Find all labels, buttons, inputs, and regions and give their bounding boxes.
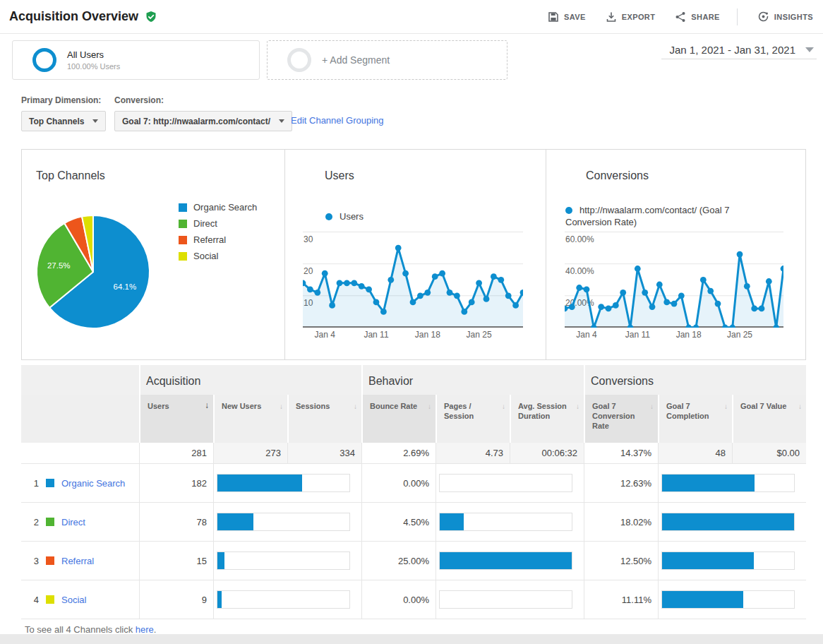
column-bounce-rate[interactable]: Bounce Rate ↓: [361, 395, 435, 443]
sort-icon[interactable]: ↓: [502, 402, 505, 412]
group-spacer: [21, 365, 139, 395]
bar-fill: [662, 475, 755, 491]
column-goal7-value[interactable]: Goal 7 Value ↓: [732, 395, 806, 443]
bar-fill: [217, 591, 222, 608]
legend-item[interactable]: Direct: [179, 218, 257, 229]
primary-dimension-dropdown[interactable]: Top Channels: [21, 111, 106, 131]
column-sessions[interactable]: Sessions ↓: [287, 395, 361, 443]
bounce-rate-value: 4.50%: [361, 503, 435, 542]
total-avg-duration: 00:06:32: [510, 443, 584, 464]
table-row: 3Referral1525.00%12.50%: [21, 542, 806, 580]
bounce-rate-value: 0.00%: [361, 580, 435, 619]
goal-rate-bar: [658, 542, 806, 580]
chevron-down-icon: [805, 47, 814, 52]
data-point: [351, 280, 357, 286]
conversions-legend: http://nwaalarm.com/contact/ (Goal 7 Con…: [565, 204, 774, 228]
pie-slice-label: 27.5%: [47, 261, 71, 270]
conversion-dropdown[interactable]: Goal 7: http://nwaalarm.com/contact/: [114, 111, 292, 131]
data-point: [606, 306, 612, 312]
export-button[interactable]: EXPORT: [606, 11, 656, 23]
sort-icon[interactable]: ↓: [428, 402, 431, 412]
data-point: [476, 280, 482, 286]
save-button[interactable]: SAVE: [548, 11, 586, 23]
see-all-channels-link[interactable]: here: [136, 624, 154, 634]
segment-name: All Users: [67, 49, 120, 60]
users-bar: [213, 580, 361, 619]
data-point: [620, 290, 626, 296]
chart-title: Top Channels: [36, 169, 105, 182]
channel-link[interactable]: Social: [61, 595, 86, 605]
bar-fill: [217, 475, 302, 491]
segment-card-all-users[interactable]: All Users 100.00% Users: [12, 40, 260, 80]
legend-swatch: [179, 220, 187, 228]
sort-icon[interactable]: ↓: [798, 402, 802, 412]
x-axis-tick: Jan 11: [625, 330, 650, 340]
bar-track: [217, 551, 350, 570]
share-button[interactable]: SHARE: [675, 11, 720, 23]
data-point: [380, 309, 387, 315]
row-rank: 4: [30, 595, 39, 605]
channel-cell: 4Social: [21, 580, 139, 619]
bounce-rate-bar: [435, 580, 584, 619]
users-value: 15: [139, 542, 213, 580]
channel-cell: 1Organic Search: [21, 464, 139, 503]
sort-icon[interactable]: ↓: [576, 402, 579, 412]
bounce-rate-bar: [435, 464, 584, 503]
insights-button[interactable]: INSIGHTS: [757, 11, 813, 23]
legend-item[interactable]: Organic Search: [179, 202, 257, 213]
table-row: 4Social90.00%11.11%: [21, 580, 806, 619]
column-goal7-conversion-rate[interactable]: Goal 7 Conversion Rate ↓: [584, 395, 658, 443]
charts-panel: Top Channels 64.1%27.5% Organic Search D…: [21, 149, 806, 360]
column-goal7-completion[interactable]: Goal 7 Completion ↓: [658, 395, 732, 443]
toolbar-divider: [737, 8, 738, 25]
sort-icon[interactable]: ↓: [650, 402, 654, 412]
data-point: [512, 302, 519, 309]
data-point: [700, 277, 707, 283]
data-point: [671, 301, 678, 307]
data-point: [373, 299, 380, 306]
data-point: [469, 299, 475, 306]
sort-icon[interactable]: ↓: [280, 402, 283, 412]
channel-swatch: [46, 556, 54, 565]
data-point: [447, 290, 453, 296]
x-axis-tick: Jan 11: [364, 330, 388, 340]
x-axis-tick: Jan 25: [467, 330, 492, 340]
data-point: [598, 304, 604, 310]
pie-slice-label: 64.1%: [114, 282, 137, 291]
table-column-header: Users ↓ New Users ↓ Sessions ↓ Bounce Ra…: [21, 395, 806, 443]
sort-icon[interactable]: ↓: [354, 402, 357, 412]
data-point: [359, 283, 365, 290]
data-point: [751, 306, 757, 312]
data-point: [663, 299, 670, 306]
channel-link[interactable]: Organic Search: [61, 478, 125, 489]
column-pages-session[interactable]: Pages / Session ↓: [435, 395, 510, 443]
data-point: [678, 292, 685, 299]
add-segment-label: + Add Segment: [322, 54, 390, 66]
channel-link[interactable]: Referral: [61, 556, 94, 566]
edit-channel-grouping-link[interactable]: Edit Channel Grouping: [291, 115, 384, 126]
bounce-rate-bar: [435, 503, 584, 542]
column-avg-session-duration[interactable]: Avg. Session Duration ↓: [510, 395, 584, 443]
legend-item[interactable]: Referral: [179, 234, 257, 245]
channel-link[interactable]: Direct: [61, 517, 85, 527]
bar-track: [661, 474, 795, 492]
bar-track: [439, 551, 572, 570]
sort-desc-icon[interactable]: ↓: [205, 400, 209, 410]
chart-title: Conversions: [586, 169, 649, 182]
bar-track: [217, 590, 350, 609]
channel-cell: 2Direct: [21, 503, 139, 542]
conversions-line-chart: 20.00%40.00%60.00% Jan 4Jan 11Jan 18Jan …: [565, 229, 783, 343]
bar-track: [439, 474, 572, 492]
column-new-users[interactable]: New Users ↓: [213, 395, 287, 443]
column-users[interactable]: Users ↓: [139, 395, 213, 443]
add-segment-button[interactable]: + Add Segment: [267, 40, 507, 80]
data-point: [410, 299, 416, 306]
bar-track: [439, 590, 572, 609]
data-point: [781, 266, 783, 272]
users-value: 182: [139, 464, 213, 503]
date-range-picker[interactable]: Jan 1, 2021 - Jan 31, 2021: [661, 41, 817, 59]
conversions-chart-panel: Conversions http://nwaalarm.com/contact/…: [546, 150, 805, 359]
legend-item[interactable]: Social: [179, 251, 257, 261]
conversion-label: Conversion:: [114, 95, 164, 105]
sort-icon[interactable]: ↓: [724, 402, 728, 412]
